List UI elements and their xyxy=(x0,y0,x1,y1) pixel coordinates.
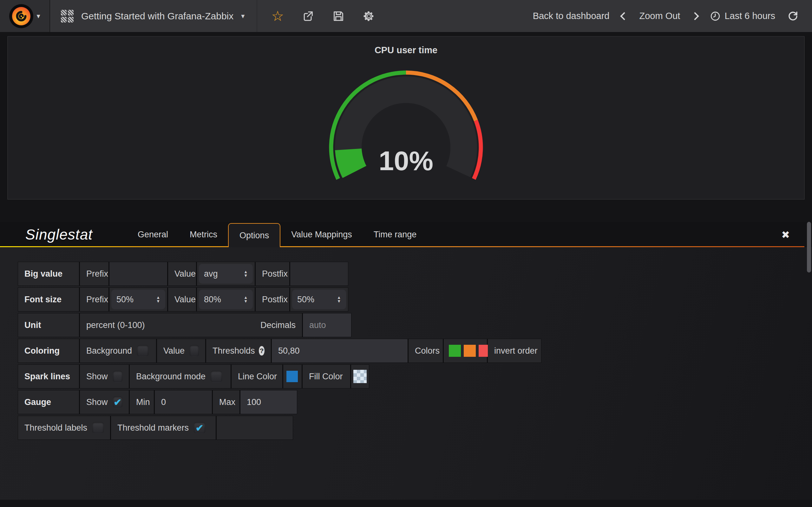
panel-editor: Singlestat General Metrics Options Value… xyxy=(0,222,812,500)
threshold-options-row: Threshold labels Threshold markers ✔ xyxy=(18,416,293,440)
tab-general[interactable]: General xyxy=(127,222,179,247)
zoom-out-button[interactable]: Zoom Out xyxy=(639,11,680,21)
big-value-label: Big value xyxy=(18,262,79,285)
time-shift-right-icon[interactable] xyxy=(691,12,699,20)
dashboard-grid-icon xyxy=(61,10,73,22)
threshold-labels-cell: Threshold labels xyxy=(18,416,110,440)
decimals-label: Decimals xyxy=(260,320,296,330)
colors-label: Colors xyxy=(409,339,443,362)
postfix-label: Postfix xyxy=(256,262,289,285)
prefix-size-label: Prefix xyxy=(80,288,108,311)
unit-value-dropdown[interactable]: percent (0-100) xyxy=(86,320,145,330)
invert-order-button[interactable]: invert order xyxy=(494,346,538,356)
postfix-size-label: Postfix xyxy=(256,288,289,311)
min-label: Min xyxy=(130,390,154,414)
prefix-size-select[interactable]: 50% ▲▼ xyxy=(111,290,165,309)
star-icon: ☆ xyxy=(271,10,284,22)
time-range-picker[interactable]: Last 6 hours xyxy=(710,11,775,21)
sidemenu-caret-icon: ▾ xyxy=(37,12,40,20)
select-spinner-icon: ▲▼ xyxy=(244,296,248,303)
tab-time-range[interactable]: Time range xyxy=(363,222,427,247)
threshold-markers-checkbox[interactable]: ✔ xyxy=(194,422,205,434)
thresholds-help-icon[interactable]: ? xyxy=(259,346,264,355)
thresholds-cell: Thresholds ? xyxy=(206,339,271,362)
refresh-icon[interactable] xyxy=(787,10,799,22)
gauge-show-cell: Show ✔ xyxy=(80,390,129,414)
spark-show-checkbox[interactable] xyxy=(113,371,122,382)
settings-button[interactable] xyxy=(362,10,375,22)
select-spinner-icon: ▲▼ xyxy=(156,296,160,303)
spark-show-cell: Show xyxy=(80,365,129,388)
share-icon xyxy=(302,10,314,22)
tab-options[interactable]: Options xyxy=(228,223,281,247)
min-input[interactable] xyxy=(155,390,212,414)
save-icon xyxy=(332,10,345,22)
sidemenu-toggle[interactable]: ▾ xyxy=(0,0,50,32)
color-swatch-green[interactable] xyxy=(449,345,461,357)
coloring-row: Coloring Background Value Thresholds ? C… xyxy=(18,339,542,363)
decimals-input[interactable] xyxy=(303,314,351,337)
value-function-cell: avg ▲▼ xyxy=(197,262,255,285)
gauge-value-arc xyxy=(348,149,354,172)
line-color-label: Line Color xyxy=(232,365,282,388)
unit-label: Unit xyxy=(18,314,79,337)
tab-value-mappings[interactable]: Value Mappings xyxy=(281,222,363,247)
grafana-logo-icon xyxy=(9,4,33,28)
title-caret-icon: ▾ xyxy=(241,12,245,20)
gear-icon xyxy=(363,10,375,22)
close-editor-icon[interactable]: ✖ xyxy=(781,229,790,241)
font-size-row: Font size Prefix 50% ▲▼ Value 80% ▲▼ Pos… xyxy=(18,287,348,312)
font-size-label: Font size xyxy=(18,288,79,311)
postfix-size-select[interactable]: 50% ▲▼ xyxy=(292,290,346,309)
editor-tabstrip: Singlestat General Metrics Options Value… xyxy=(0,222,812,247)
prefix-input[interactable] xyxy=(109,262,167,285)
navbar: ▾ Getting Started with Grafana-Zabbix ▾ … xyxy=(0,0,812,32)
invert-order-cell: invert order xyxy=(488,339,541,362)
threshold-labels-checkbox[interactable] xyxy=(92,422,104,434)
fill-color-swatch[interactable] xyxy=(353,370,367,383)
spark-lines-row: Spark lines Show Background mode Line Co… xyxy=(18,364,369,389)
gauge-chart: 10% xyxy=(327,68,485,182)
line-color-swatch[interactable] xyxy=(287,371,298,382)
gauge-row: Gauge Show ✔ Min Max xyxy=(18,390,297,414)
threshold-colors-cell xyxy=(444,339,487,362)
tab-metrics[interactable]: Metrics xyxy=(179,222,228,247)
empty-cell xyxy=(217,416,293,440)
scrollbar-thumb[interactable] xyxy=(807,222,811,273)
panel-title[interactable]: CPU user time xyxy=(8,45,804,55)
gauge-value-label: 10% xyxy=(379,146,433,176)
unit-value-cell: percent (0-100) Decimals xyxy=(80,314,302,337)
threshold-markers-cell: Threshold markers ✔ xyxy=(111,416,216,440)
panel-type-title: Singlestat xyxy=(26,226,93,243)
options-tab-content: Big value Prefix Value avg ▲▼ Postfix Fo… xyxy=(0,247,812,500)
gauge-label: Gauge xyxy=(18,390,79,414)
value-size-label: Value xyxy=(168,288,196,311)
dashboard-title: Getting Started with Grafana-Zabbix xyxy=(81,11,234,21)
postfix-size-cell: 50% ▲▼ xyxy=(290,288,348,311)
star-button[interactable]: ☆ xyxy=(271,10,284,22)
time-shift-left-icon[interactable] xyxy=(620,12,628,20)
spark-lines-label: Spark lines xyxy=(18,365,79,388)
back-to-dashboard-button[interactable]: Back to dashboard xyxy=(533,11,610,21)
max-label: Max xyxy=(213,390,240,414)
color-swatch-orange[interactable] xyxy=(464,345,476,357)
coloring-value-checkbox[interactable] xyxy=(190,345,199,356)
fill-color-cell xyxy=(351,365,369,388)
prefix-size-cell: 50% ▲▼ xyxy=(109,288,167,311)
dashboard-title-dropdown[interactable]: Getting Started with Grafana-Zabbix ▾ xyxy=(50,0,257,32)
big-value-row: Big value Prefix Value avg ▲▼ Postfix xyxy=(18,262,348,286)
singlestat-panel: CPU user time 10% xyxy=(7,36,805,200)
gauge-show-checkbox[interactable]: ✔ xyxy=(113,396,122,408)
save-button[interactable] xyxy=(332,10,345,22)
value-size-select[interactable]: 80% ▲▼ xyxy=(199,290,253,309)
postfix-input[interactable] xyxy=(290,262,348,285)
value-function-select[interactable]: avg ▲▼ xyxy=(199,264,253,284)
background-mode-checkbox[interactable] xyxy=(211,371,222,382)
prefix-label: Prefix xyxy=(80,262,108,285)
share-button[interactable] xyxy=(302,10,314,22)
select-spinner-icon: ▲▼ xyxy=(244,270,248,278)
time-range-label: Last 6 hours xyxy=(724,11,775,21)
coloring-background-checkbox[interactable] xyxy=(137,345,148,356)
thresholds-input[interactable] xyxy=(272,339,408,362)
max-input[interactable] xyxy=(241,390,297,414)
